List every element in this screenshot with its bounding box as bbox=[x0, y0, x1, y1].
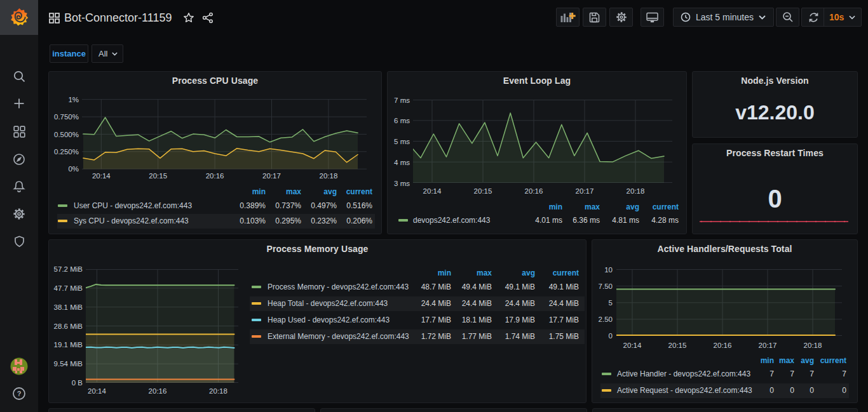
svg-text:?: ? bbox=[17, 390, 22, 397]
